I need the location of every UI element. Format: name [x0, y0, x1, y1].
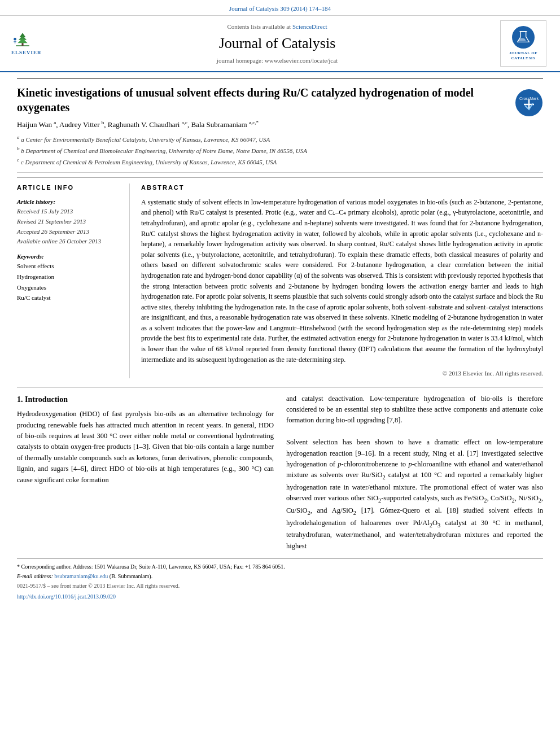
footnote-corresponding: * Corresponding author. Address: 1501 Wa… [17, 562, 543, 571]
doi-line: http://dx.doi.org/10.1016/j.jcat.2013.09… [17, 592, 543, 601]
article-title: Kinetic investigations of unusual solven… [17, 85, 506, 115]
crossmark-badge[interactable]: CrossMark [515, 89, 543, 120]
intro-col-right: and catalyst deactivation. Low-temperatu… [286, 394, 543, 552]
history-label: Article history: [17, 197, 121, 207]
intro-title: 1. Introduction [17, 394, 274, 406]
journal-header-center: Contents lists available at ScienceDirec… [62, 20, 492, 67]
keyword-4: Ru/C catalyst [17, 292, 121, 303]
elsevier-text: ELSEVIER [11, 49, 42, 56]
keywords-list: Solvent effects Hydrogenation Oxygenates… [17, 261, 121, 303]
revised-date: Revised 21 September 2013 [17, 217, 121, 227]
crossmark-icon: CrossMark [515, 89, 543, 117]
abstract-column: ABSTRACT A systematic study of solvent e… [141, 184, 543, 378]
journal-logo-text: JOURNAL OFCATALYSIS [509, 51, 537, 61]
affiliation-c: c c Department of Chemical & Petroleum E… [17, 156, 506, 167]
journal-title: Journal of Catalysis [62, 33, 492, 54]
history-group: Article history: Received 15 July 2013 R… [17, 197, 121, 247]
copyright-line: © 2013 Elsevier Inc. All rights reserved… [141, 369, 543, 378]
journal-logo-box: JOURNAL OFCATALYSIS [500, 20, 546, 67]
accepted-date: Accepted 26 September 2013 [17, 227, 121, 237]
email-link[interactable]: bsubramaniam@ku.edu [54, 573, 108, 579]
doi-link[interactable]: http://dx.doi.org/10.1016/j.jcat.2013.09… [17, 593, 116, 600]
affiliation-b: b b Department of Chemical and Biomolecu… [17, 145, 506, 155]
intro-col-left: 1. Introduction Hydrodeoxygenation (HDO)… [17, 394, 274, 552]
elsevier-logo: ELSEVIER [11, 31, 51, 56]
introduction-section: 1. Introduction Hydrodeoxygenation (HDO)… [17, 387, 543, 552]
article-info-column: ARTICLE INFO Article history: Received 1… [17, 184, 130, 378]
journal-logo-icon [512, 26, 535, 49]
article-info-abstract-section: ARTICLE INFO Article history: Received 1… [17, 177, 543, 378]
abstract-header: ABSTRACT [141, 184, 543, 192]
journal-homepage: journal homepage: www.elsevier.com/locat… [62, 56, 492, 65]
intro-text-right: and catalyst deactivation. Low-temperatu… [286, 394, 543, 426]
journal-logo-box-area: JOURNAL OFCATALYSIS [498, 20, 549, 67]
keyword-3: Oxygenates [17, 282, 121, 293]
issn-line: 0021-9517/$ – see front matter © 2013 El… [17, 582, 543, 590]
keyword-1: Solvent effects [17, 261, 121, 272]
contents-available: Contents lists available at ScienceDirec… [62, 23, 492, 31]
keywords-section: Keywords: Solvent effects Hydrogenation … [17, 252, 121, 303]
keyword-2: Hydrogenation [17, 272, 121, 282]
section-divider [17, 387, 543, 388]
footnote-email: E-mail address: bsubramaniam@ku.edu (B. … [17, 572, 543, 580]
footnote-area: * Corresponding author. Address: 1501 Wa… [17, 558, 543, 601]
article-title-section: Kinetic investigations of unusual solven… [17, 78, 543, 173]
abstract-text: A systematic study of solvent effects in… [141, 197, 543, 365]
journal-masthead: ELSEVIER Contents lists available at Sci… [0, 16, 560, 72]
svg-point-5 [14, 38, 16, 41]
svg-marker-4 [18, 38, 27, 43]
intro-text-left: Hydrodeoxygenation (HDO) of fast pyrolys… [17, 409, 274, 486]
keywords-label: Keywords: [17, 252, 121, 261]
authors-line: Haijun Wan a, Audrey Vitter b, Raghunath… [17, 119, 506, 130]
introduction-two-col: 1. Introduction Hydrodeoxygenation (HDO)… [17, 394, 543, 552]
journal-ref-text: Journal of Catalysis 309 (2014) 174–184 [229, 5, 331, 12]
affiliations: a a Center for Environmentally Beneficia… [17, 134, 506, 167]
paper-content: Kinetic investigations of unusual solven… [0, 72, 560, 613]
intro-text-right-2: Solvent selection has been shown to have… [286, 437, 543, 552]
journal-top-header: Journal of Catalysis 309 (2014) 174–184 [0, 0, 560, 16]
online-date: Available online 26 October 2013 [17, 237, 121, 247]
article-history: Article history: Received 15 July 2013 R… [17, 197, 121, 247]
flask-icon [515, 29, 531, 45]
article-title-text-area: Kinetic investigations of unusual solven… [17, 85, 506, 168]
affiliation-a: a a Center for Environmentally Beneficia… [17, 134, 506, 144]
article-info-header: ARTICLE INFO [17, 184, 121, 192]
received-date: Received 15 July 2013 [17, 207, 121, 217]
elsevier-logo-area: ELSEVIER [11, 20, 56, 67]
elsevier-tree-icon [11, 31, 34, 48]
sciencedirect-link[interactable]: ScienceDirect [292, 23, 327, 30]
